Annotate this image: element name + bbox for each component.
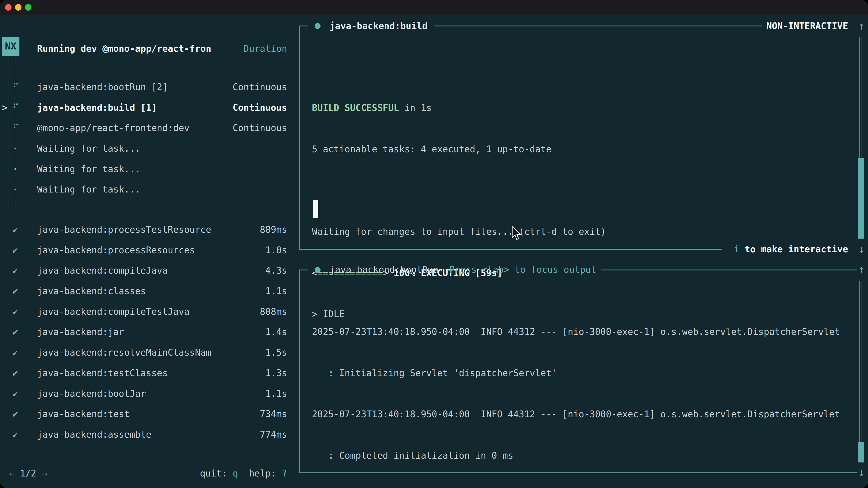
check-icon: ✔ [12,322,37,342]
task-name: java-backend:assemble [37,424,151,445]
top-panel-top-border [434,26,762,26]
task-name: java-backend:classes [37,281,146,301]
interactive-hint: i to make interactive [734,239,848,259]
task-row[interactable]: ✔ java-backend:processResources 1.0s [0,240,294,260]
task-name: @mono-app/react-frontend:dev [37,118,189,138]
task-duration: 1.3s [266,363,287,383]
task-status: Continuous [232,77,287,97]
task-row[interactable]: · Waiting for task... [0,159,294,180]
task-row[interactable]: ✔ java-backend:classes 1.1s [0,281,294,301]
log-line: 2025-07-23T13:40:18.950-04:00 INFO 44312… [312,322,840,342]
top-panel-title: java-backend:build [330,16,428,36]
check-icon: ✔ [12,342,37,363]
task-name: java-backend:compileTestJava [37,301,189,322]
check-icon: ✔ [12,260,37,281]
build-summary-line: 5 actionable tasks: 4 executed, 1 up-to-… [312,139,606,160]
scroll-down-icon[interactable]: ↓ [855,462,868,483]
top-panel-border-stub [299,26,308,26]
bottom-panel-scrollbar-track[interactable] [859,281,862,442]
help-label: help: [249,463,276,484]
scroll-down-icon[interactable]: ↓ [855,239,868,259]
task-duration: 1.1s [266,281,287,301]
zoom-window-button[interactable] [25,4,31,11]
bottom-panel-top-border [600,269,857,270]
nx-tui-window: NX Running dev @mono-app/react-fron Dura… [0,0,868,488]
task-row[interactable]: ✔ java-backend:processTestResource 889ms [0,219,294,240]
pager-next-icon[interactable]: → [42,463,47,484]
check-icon: ✔ [12,219,37,240]
scroll-up-icon[interactable]: ↑ [855,259,868,280]
log-line: : Initializing Servlet 'dispatcherServle… [312,363,840,383]
spinner-icon: ⠋ [12,77,37,97]
task-duration: 1.5s [266,342,287,363]
check-icon: ✔ [12,383,37,404]
quit-label: quit: [200,463,227,484]
task-row-selected[interactable]: ⠋ java-backend:build [1] Continuous [0,97,294,118]
task-name: java-backend:processResources [37,240,195,260]
task-name: java-backend:jar [37,322,124,342]
check-icon: ✔ [12,363,37,383]
active-task-list: ⠋ java-backend:bootRun [2] Continuous ⠋ … [0,77,294,200]
task-name: java-backend:test [37,404,129,424]
terminal-cursor [313,200,318,218]
task-row[interactable]: · Waiting for task... [0,138,294,159]
check-icon: ✔ [12,301,37,322]
waiting-line: Waiting for changes to input files... (c… [312,221,606,242]
task-row[interactable]: ✔ java-backend:compileJava 4.3s [0,260,294,281]
waiting-dot-icon: · [12,138,37,159]
task-row[interactable]: ✔ java-backend:compileTestJava 808ms [0,301,294,322]
interactive-hint-text: to make interactive [739,244,848,254]
task-duration: 1.0s [266,240,287,260]
window-titlebar [0,0,868,15]
task-row[interactable]: ✔ java-backend:jar 1.4s [0,322,294,342]
task-duration: 889ms [260,219,287,240]
pager-prev-icon[interactable]: ← [9,463,14,484]
task-status: Continuous [232,118,287,138]
task-bullet-icon [315,267,320,273]
task-name: Waiting for task... [37,159,141,180]
non-interactive-badge: NON-INTERACTIVE [767,16,848,36]
task-name: java-backend:testClasses [37,363,168,383]
task-duration: 734ms [260,404,287,424]
minimize-window-button[interactable] [15,4,22,11]
task-duration: 808ms [260,301,287,322]
task-row[interactable]: ⠋ @mono-app/react-frontend:dev Continuou… [0,118,294,138]
bottom-panel-border-stub [299,269,308,270]
task-name: java-backend:processTestResource [37,219,211,240]
help-key: ? [282,463,287,484]
task-duration: 4.3s [266,260,287,281]
duration-column-header: Duration [243,38,287,59]
build-time: in 1s [399,103,432,113]
task-name: Waiting for task... [37,138,141,159]
task-row[interactable]: · Waiting for task... [0,179,294,200]
spinner-icon: ⠋ [12,118,37,138]
bottom-panel-scrollbar-thumb[interactable] [858,442,864,462]
scroll-up-icon[interactable]: ↑ [855,16,868,36]
log-line: : Completed initialization in 0 ms [312,445,840,466]
task-name: java-backend:build [1] [37,97,157,118]
close-window-button[interactable] [5,4,11,11]
log-line: 2025-07-23T13:40:18.950-04:00 INFO 44312… [312,404,840,424]
top-panel-left-border [299,26,300,250]
task-row[interactable]: ✔ java-backend:test 734ms [0,404,294,424]
task-duration: 774ms [260,424,287,445]
task-row[interactable]: ✔ java-backend:assemble 774ms [0,424,294,445]
waiting-dot-icon: · [12,179,37,200]
check-icon: ✔ [12,404,37,424]
task-row[interactable]: ⠋ java-backend:bootRun [2] Continuous [0,77,294,97]
quit-key: q [232,463,238,484]
task-duration: 1.4s [266,322,287,342]
task-row[interactable]: ✔ java-backend:testClasses 1.3s [0,363,294,383]
task-name: java-backend:bootRun [2] [37,77,168,97]
top-panel-scrollbar-thumb[interactable] [858,158,864,238]
focus-output-hint: Press <tab> to focus output [450,264,596,275]
bottom-panel-output: 2025-07-23T13:40:18.950-04:00 INFO 44312… [312,301,840,488]
check-icon: ✔ [12,240,37,260]
task-name: java-backend:resolveMainClassNam [37,342,211,363]
task-list-header: Running dev @mono-app/react-fron Duratio… [0,38,294,59]
task-duration: 1.1s [266,383,287,404]
task-row[interactable]: ✔ java-backend:resolveMainClassNam 1.5s [0,342,294,363]
waiting-dot-icon: · [12,159,37,180]
top-panel-scrollbar-track[interactable] [859,37,862,158]
task-row[interactable]: ✔ java-backend:bootJar 1.1s [0,383,294,404]
